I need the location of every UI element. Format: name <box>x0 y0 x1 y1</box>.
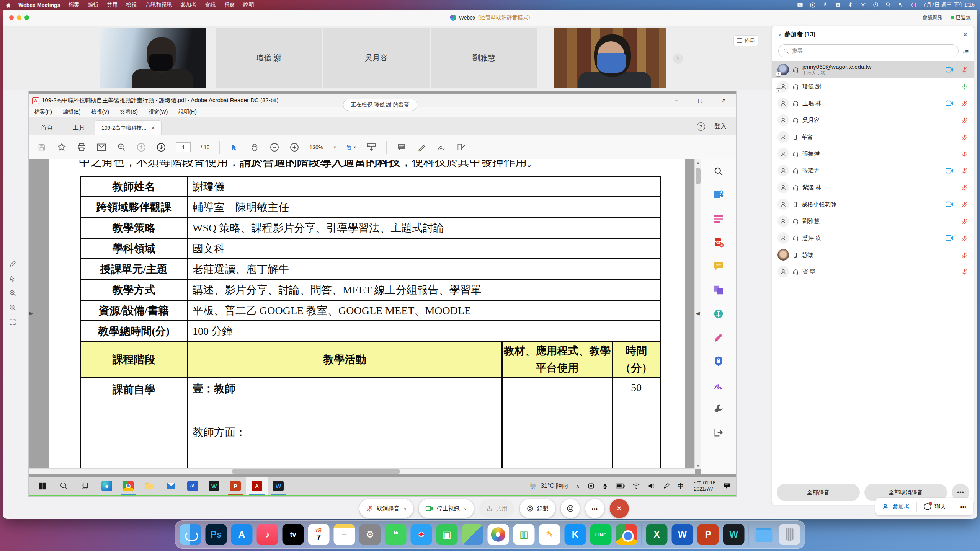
edit-pdf-icon[interactable] <box>711 330 726 345</box>
expand-icon[interactable] <box>9 318 16 326</box>
acrobat-menu-window[interactable]: 視窗(W) <box>149 109 168 116</box>
mic-status-icon[interactable] <box>961 269 968 275</box>
music-dock-icon[interactable]: ♪ <box>257 524 278 545</box>
unmute-button[interactable]: 取消靜音∨ <box>359 499 413 518</box>
tab-document[interactable]: 109-2高中職科技...✕ <box>95 120 162 135</box>
photoshop-dock-icon[interactable]: Ps <box>206 524 227 545</box>
page-number-input[interactable]: 1 <box>176 142 191 152</box>
viewer-zoom-in-icon[interactable] <box>9 289 16 297</box>
finder-dock-icon[interactable] <box>180 524 201 545</box>
pages-dock-icon[interactable]: ✎ <box>539 524 560 545</box>
acrobat-maximize-button[interactable]: ▢ <box>688 94 712 107</box>
share-file-icon[interactable] <box>711 425 726 440</box>
participant-row[interactable]: ↑ 瓊儀 謝 <box>772 78 974 95</box>
participant-row[interactable]: 慧徵 <box>772 246 974 263</box>
keynote-dock-icon[interactable]: K <box>565 524 586 545</box>
zoom-in-icon[interactable] <box>289 142 299 152</box>
menubar-help[interactable]: 說明 <box>243 2 254 8</box>
signin-button[interactable]: 登入 <box>714 122 727 130</box>
zoom-caret-icon[interactable]: ▼ <box>333 145 336 149</box>
task-view-button[interactable] <box>75 477 96 495</box>
compress-pdf-icon[interactable] <box>711 306 726 321</box>
trash-dock-icon[interactable] <box>779 524 800 545</box>
tray-battery-icon[interactable] <box>616 483 625 489</box>
reactions-button[interactable] <box>560 499 580 518</box>
apple-menu-icon[interactable] <box>5 2 11 8</box>
participant-row[interactable]: ↑ jenny069@wagor.tc.edu.tw 主持人，我 <box>772 61 974 78</box>
acrobat-taskbar-icon[interactable]: A <box>246 477 268 495</box>
app-store-dock-icon[interactable]: A <box>231 524 253 545</box>
horizontal-scrollbar-thumb[interactable] <box>232 469 400 474</box>
participant-row[interactable]: 慧萍 凌 <box>772 230 974 246</box>
tray-mic-icon[interactable] <box>603 482 608 490</box>
line-status-icon[interactable]: L <box>797 2 803 8</box>
photos-dock-icon[interactable] <box>488 524 509 545</box>
horizontal-scrollbar[interactable] <box>29 468 695 474</box>
video-tile-camera-1[interactable] <box>100 28 206 88</box>
menubar-audio-video[interactable]: 音訊和視訊 <box>145 2 172 8</box>
sort-participants-icon[interactable]: ↓≡ <box>962 48 969 54</box>
email-icon[interactable] <box>96 142 106 152</box>
sign-icon[interactable] <box>436 142 446 152</box>
messages-dock-icon[interactable]: ❝ <box>385 524 407 545</box>
layout-button[interactable]: 佈局 <box>733 35 758 46</box>
chat-toggle-button[interactable]: 聊天 <box>917 498 953 515</box>
mail-taskbar-icon[interactable] <box>160 477 182 495</box>
close-window-button[interactable] <box>9 15 14 20</box>
mute-all-button[interactable]: 全部靜音 <box>777 484 860 501</box>
leave-meeting-button[interactable]: ✕ <box>609 499 629 518</box>
tray-network-icon[interactable] <box>632 483 640 489</box>
line-dock-icon[interactable]: LINE <box>590 524 612 545</box>
mic-status-icon[interactable] <box>961 151 968 157</box>
participant-row[interactable]: 吳月容 <box>772 112 974 129</box>
menubar-window[interactable]: 視窗 <box>224 2 235 8</box>
input-method-icon[interactable]: A <box>835 2 841 8</box>
taskbar-search-button[interactable] <box>53 477 75 495</box>
participants-toggle-button[interactable]: 參加者 <box>875 498 916 515</box>
menubar-edit[interactable]: 編輯 <box>88 2 98 8</box>
mic-status-icon[interactable] <box>961 134 968 140</box>
mic-status-icon[interactable] <box>822 2 828 8</box>
collapse-caret-icon[interactable]: ∨ <box>778 32 781 37</box>
safari-dock-icon[interactable]: ✦ <box>411 524 432 545</box>
protect-pdf-icon[interactable] <box>711 354 726 369</box>
acrobat-menu-file[interactable]: 檔案(F) <box>34 109 52 116</box>
annotate-icon[interactable] <box>9 260 16 268</box>
video-chevron-icon[interactable]: ∨ <box>464 507 467 511</box>
stop-video-button[interactable]: 停止視訊∨ <box>419 499 474 518</box>
notes-dock-icon[interactable]: ≡ <box>334 524 355 545</box>
wifi-icon[interactable] <box>860 2 866 8</box>
help-icon[interactable]: ? <box>697 122 705 131</box>
vertical-scrollbar-thumb[interactable] <box>696 168 701 184</box>
facetime-dock-icon[interactable]: ▣ <box>436 524 458 545</box>
meeting-info-button[interactable]: 會議資訊 <box>923 14 942 21</box>
webex-meetings-taskbar-icon[interactable]: W <box>268 477 289 495</box>
video-tile-name-3[interactable]: 劉雅慧 <box>431 28 537 88</box>
powerpoint-dock-icon[interactable]: P <box>697 524 719 545</box>
menubar-app-menu[interactable]: Webex Meetings <box>18 2 60 8</box>
acrobat-menu-view[interactable]: 檢視(V) <box>91 109 109 116</box>
nav-pane-toggle-icon[interactable]: ▶ <box>29 310 33 316</box>
fit-width-icon[interactable]: ▼ <box>346 142 356 152</box>
video-tile-camera-2[interactable] <box>554 28 666 88</box>
tab-tools[interactable]: 工具 <box>63 120 95 135</box>
word-dock-icon[interactable]: W <box>672 524 693 545</box>
settings-dock-icon[interactable]: ⚙ <box>359 524 381 545</box>
mic-status-icon[interactable] <box>961 67 968 73</box>
calendar-dock-icon[interactable]: 7月7 <box>308 524 330 545</box>
minimize-window-button[interactable] <box>17 15 21 20</box>
file-explorer-icon[interactable] <box>139 477 160 495</box>
video-tile-name-1[interactable]: 瓊儀 謝 <box>216 28 322 88</box>
more-options-button[interactable]: ••• <box>585 499 604 518</box>
menubar-share[interactable]: 共用 <box>107 2 118 8</box>
numbers-dock-icon[interactable]: ▥ <box>513 524 535 545</box>
zoom-level-select[interactable]: 130% <box>309 144 323 150</box>
organize-pages-icon[interactable] <box>711 211 726 227</box>
combine-files-icon[interactable] <box>711 282 726 298</box>
chrome-dock-icon[interactable] <box>616 524 637 545</box>
search-tool-icon[interactable] <box>711 164 726 179</box>
bluetooth-icon[interactable] <box>847 2 854 8</box>
acrobat-menu-edit[interactable]: 編輯(E) <box>63 109 81 116</box>
select-tool-icon[interactable] <box>230 142 240 152</box>
star-icon[interactable] <box>57 142 67 152</box>
